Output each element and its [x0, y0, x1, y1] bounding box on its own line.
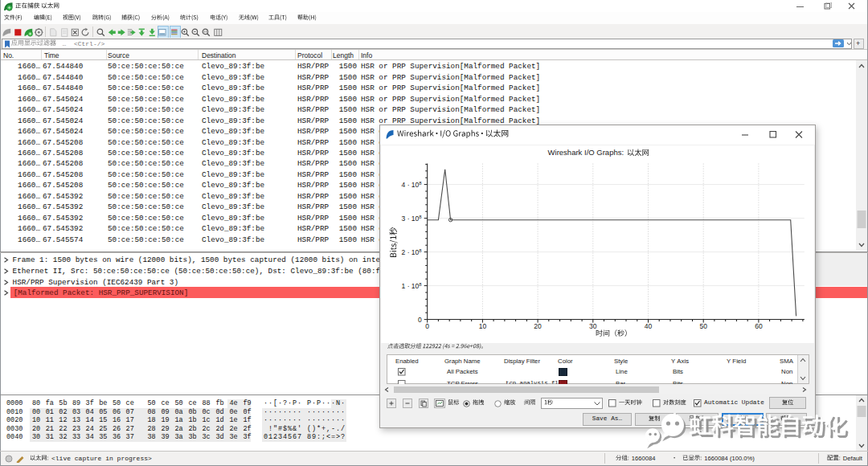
svg-text:3 · 108: 3 · 108 [402, 215, 423, 223]
svg-text:1 · 108: 1 · 108 [402, 282, 423, 290]
svg-text:20: 20 [534, 322, 542, 330]
svg-text:60: 60 [755, 322, 763, 330]
svg-text:2 · 108: 2 · 108 [402, 248, 423, 256]
svg-text:0: 0 [425, 322, 429, 330]
svg-text:4 · 108: 4 · 108 [402, 181, 423, 189]
svg-text:50: 50 [699, 322, 707, 330]
svg-text:40: 40 [645, 322, 653, 330]
svg-text:10: 10 [479, 322, 487, 330]
svg-text:0: 0 [418, 316, 422, 324]
svg-text:Wireshark I/O Graphs:: Wireshark I/O Graphs: [548, 148, 624, 157]
